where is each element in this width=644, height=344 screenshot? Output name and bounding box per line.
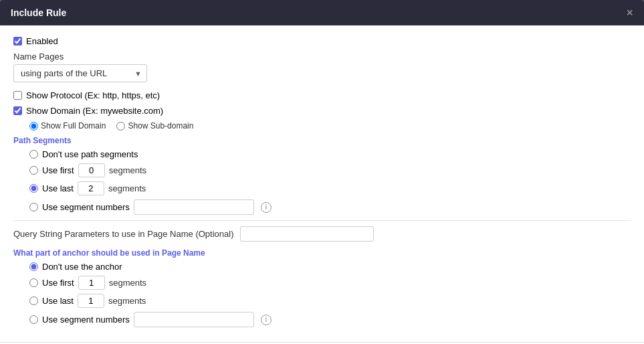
anc-numbers-radio[interactable] [29, 315, 38, 324]
anc-last-input[interactable] [78, 294, 104, 308]
anc-last-label: Use last [42, 296, 74, 306]
ps-last-label: Use last [42, 183, 74, 193]
show-domain-row: Show Domain (Ex: mywebsite.com) [13, 106, 631, 116]
enabled-label: Enabled [26, 36, 58, 46]
query-string-input[interactable] [240, 226, 374, 242]
show-protocol-checkbox[interactable] [13, 91, 22, 100]
anchor-section-label: What part of anchor should be used in Pa… [13, 248, 631, 258]
sub-domain-radio[interactable] [116, 122, 125, 131]
divider-1 [13, 220, 631, 221]
path-segments-section-label: Path Segments [13, 136, 631, 145]
anc-info-icon[interactable]: i [261, 315, 272, 325]
ps-none-row: Don't use path segments [29, 149, 631, 159]
ps-info-icon[interactable]: i [261, 202, 272, 213]
ps-none-label: Don't use path segments [42, 149, 138, 159]
ps-first-radio[interactable] [29, 166, 38, 175]
dialog-title: Include Rule [11, 7, 66, 18]
include-rule-dialog: Include Rule × Enabled Name Pages using … [0, 0, 644, 344]
full-domain-radio[interactable] [29, 122, 38, 131]
ps-first-row: Use first segments [29, 163, 631, 177]
name-pages-label: Name Pages [13, 52, 631, 62]
anc-none-radio[interactable] [29, 262, 38, 271]
domain-options-row: Show Full Domain Show Sub-domain [29, 121, 631, 131]
enabled-checkbox[interactable] [13, 37, 22, 46]
name-pages-dropdown[interactable]: using parts of the URL using page title … [13, 64, 147, 82]
ps-numbers-label: Use segment numbers [42, 202, 130, 212]
ps-first-label: Use first [42, 165, 74, 175]
dialog-body: Enabled Name Pages using parts of the UR… [0, 25, 644, 342]
anc-none-label: Don't use the anchor [42, 262, 122, 272]
query-string-label: Query String Parameters to use in Page N… [13, 229, 233, 239]
ps-none-radio[interactable] [29, 150, 38, 159]
show-domain-label: Show Domain (Ex: mywebsite.com) [26, 106, 163, 116]
enabled-row: Enabled [13, 36, 631, 46]
show-domain-checkbox[interactable] [13, 106, 22, 115]
ps-last-suffix: segments [108, 183, 146, 193]
show-protocol-label: Show Protocol (Ex: http, https, etc) [26, 90, 160, 100]
ps-last-radio[interactable] [29, 184, 38, 193]
ps-numbers-radio[interactable] [29, 203, 38, 211]
anc-numbers-row: Use segment numbers i [29, 312, 631, 327]
path-segments-options: Don't use path segments Use first segmen… [29, 149, 631, 215]
anc-last-radio[interactable] [29, 296, 38, 305]
ps-numbers-input[interactable] [134, 199, 254, 215]
anc-none-row: Don't use the anchor [29, 262, 631, 272]
sub-domain-option: Show Sub-domain [116, 121, 193, 131]
ps-last-row: Use last segments [29, 181, 631, 195]
dialog-header: Include Rule × [0, 0, 644, 25]
ps-first-suffix: segments [109, 165, 146, 175]
anc-numbers-input[interactable] [134, 312, 254, 327]
full-domain-label: Show Full Domain [41, 121, 106, 131]
sub-domain-label: Show Sub-domain [128, 121, 193, 131]
anc-numbers-label: Use segment numbers [42, 315, 130, 325]
ps-first-input[interactable] [78, 163, 105, 177]
anchor-options: Don't use the anchor Use first segments … [29, 262, 631, 327]
anc-first-radio[interactable] [29, 278, 38, 287]
anc-first-label: Use first [42, 278, 74, 288]
name-pages-dropdown-wrapper: using parts of the URL using page title … [13, 64, 147, 82]
close-button[interactable]: × [626, 7, 633, 19]
ps-numbers-row: Use segment numbers i [29, 199, 631, 215]
full-domain-option: Show Full Domain [29, 121, 106, 131]
query-string-row: Query String Parameters to use in Page N… [13, 226, 631, 242]
anc-first-suffix: segments [109, 278, 146, 288]
anc-first-row: Use first segments [29, 276, 631, 290]
anc-first-input[interactable] [78, 276, 105, 290]
anc-last-suffix: segments [108, 296, 146, 306]
anc-last-row: Use last segments [29, 294, 631, 308]
show-protocol-row: Show Protocol (Ex: http, https, etc) [13, 90, 631, 100]
ps-last-input[interactable] [78, 181, 104, 195]
